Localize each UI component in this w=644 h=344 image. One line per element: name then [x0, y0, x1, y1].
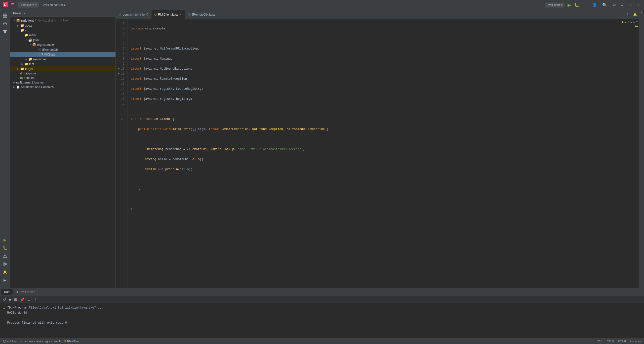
test-label: test — [29, 62, 34, 66]
tree-item-external-libs[interactable]: ▶ 🗃 External Libraries — [10, 80, 115, 85]
tree-item-rmiclient-root[interactable]: ▾ 📦 rmiclient D:\java上课练习\rmiclient — [10, 18, 115, 23]
debug-button[interactable]: 🐛 — [574, 3, 579, 7]
maven-sidebar-button[interactable]: m — [639, 11, 644, 15]
tree-arrow-org-example: ▾ — [28, 44, 32, 46]
settings-button[interactable]: ⚙ — [611, 2, 617, 8]
svg-text:IJ: IJ — [4, 3, 7, 7]
structure-tool-button[interactable] — [2, 28, 9, 35]
project-panel-dropdown-icon: ▾ — [23, 12, 25, 15]
rerun-button[interactable]: ↺ — [2, 297, 7, 302]
tree-item-iremoteobj[interactable]: ▶ Ⓘ IRemoteObj — [10, 47, 115, 52]
gitignore-icon: ⊘ — [20, 72, 23, 75]
close-button[interactable]: × — [636, 3, 641, 8]
code-line-3: import java.net.MalformedURLException; — [131, 46, 611, 51]
tree-item-target[interactable]: ▶ 📁 target — [10, 66, 115, 71]
tab-iremoteobj-java[interactable]: Ⓘ IRemoteObj.java — [185, 10, 218, 19]
xml-file-icon: m — [119, 13, 121, 16]
search-everywhere-button[interactable]: 🔍 — [601, 2, 608, 8]
run-gutter-10[interactable]: ▶ — [118, 66, 120, 71]
status-cursor-position[interactable]: 20:1 — [597, 340, 603, 343]
stop-button[interactable]: ■ — [8, 297, 12, 302]
tab-notifications-button[interactable]: 🔔 — [631, 13, 639, 16]
tree-item-java[interactable]: ▾ ☕ java — [10, 37, 115, 42]
line-num-8: 8 — [116, 56, 126, 61]
tree-item-org-example[interactable]: ▾ 📦 org.example — [10, 42, 115, 47]
line-num-2: 2 — [116, 26, 126, 31]
debug-tool-button[interactable]: 🐛 — [2, 244, 9, 251]
code-editor[interactable]: 1 2 3 4 5 6 7 8 9 ▶ 10 ▶ 11 12 13 14 — [116, 19, 639, 288]
git-tool-button[interactable] — [2, 261, 9, 268]
tree-item-resources[interactable]: ▶ 📁 resources — [10, 57, 115, 62]
code-line-2 — [131, 36, 611, 41]
restore-layout-button[interactable]: ⊞ — [13, 297, 18, 302]
more-tabs-button[interactable]: ⋮ — [624, 13, 631, 16]
idea-label: .idea — [25, 24, 32, 27]
svg-rect-2 — [3, 14, 5, 15]
project-selector[interactable]: R rmiclient ▾ — [18, 2, 39, 8]
notifications-button[interactable]: 🔔 — [2, 269, 9, 276]
line-ending-label: CRLF — [607, 340, 614, 343]
project-panel: Project ▾ ▾ 📦 rmiclient D:\java上课练习\rmic… — [10, 10, 116, 288]
tree-item-idea[interactable]: ▶ 📁 .idea — [10, 23, 115, 28]
code-line-17: } — [131, 187, 611, 192]
rmiclient-tab-close[interactable]: × — [179, 13, 182, 16]
status-project-path[interactable]: rmiclient › src › main › java › org › ex… — [3, 340, 79, 343]
tab-pom-xml[interactable]: m pom.xml (rmiclient) — [116, 10, 151, 19]
bookmarks-tool-button[interactable] — [2, 20, 9, 27]
run-panel-tab[interactable]: Run — [1, 289, 13, 295]
module-icon: 📦 — [16, 19, 20, 22]
code-content-area[interactable]: package org.example; import java.net.Mal… — [128, 19, 614, 288]
tree-item-src[interactable]: ▾ 📁 src — [10, 28, 115, 33]
pin-tab-button[interactable]: 📌 — [19, 297, 25, 302]
tree-item-scratches[interactable]: ▶ 📋 Scratches and Consoles — [10, 85, 115, 89]
maximize-button[interactable]: □ — [628, 3, 633, 8]
right-sidebar: m — [639, 10, 644, 288]
main-label: main — [29, 33, 36, 37]
status-path-sep-6: › — [62, 340, 63, 343]
console-output-area[interactable]: ☕ "D:\Program Files\Java\jdk1.8.0_111\bi… — [0, 303, 644, 338]
status-indent[interactable]: 4 spaces — [630, 340, 641, 343]
run-tool-button[interactable]: ▶ — [2, 236, 9, 243]
line-num-12: 12 — [116, 76, 126, 81]
tree-item-test[interactable]: ▶ 📁 test — [10, 62, 115, 66]
run-config-selector[interactable]: RMIClient ▾ — [545, 3, 565, 8]
tree-item-rmiclient-file[interactable]: ▶ © RMIClient — [10, 52, 115, 57]
console-tab-close[interactable]: × — [34, 290, 35, 293]
rmiclient-console-panel-tab[interactable]: ▶ RMIClient × — [14, 289, 38, 295]
interface-tab-icon: Ⓘ — [188, 13, 191, 16]
status-line-ending[interactable]: CRLF — [607, 340, 614, 343]
profile-button[interactable]: 👤 — [591, 2, 598, 8]
tree-arrow-scratches: ▶ — [12, 86, 16, 88]
tree-item-main[interactable]: ▾ 📁 main — [10, 33, 115, 37]
code-line-13: IRemoteObj remoteObj = (IRemoteObj) Nami… — [131, 147, 611, 152]
chevron-down-icon: ∨ — [636, 20, 638, 23]
vcs-selector[interactable]: Version control ▾ — [41, 3, 67, 8]
line-num-16: 16 — [116, 97, 126, 102]
run-button[interactable]: ▶ — [568, 2, 571, 8]
editor-tab-bar: m pom.xml (rmiclient) © RMIClient.java ×… — [116, 10, 639, 19]
more-tools-button[interactable]: ⋯ — [2, 36, 9, 43]
console-toolbar: ↺ ■ ⊞ 📌 ⤓ ⋮ — [0, 296, 644, 303]
hamburger-menu-button[interactable]: ☰ — [10, 2, 16, 8]
warning-marker-2 — [635, 26, 638, 27]
tab-rmiclient-java[interactable]: © RMIClient.java × — [151, 10, 185, 19]
expand-sidebar-button[interactable]: ▶ — [2, 277, 9, 284]
check-count: ✓ 1 — [627, 20, 632, 23]
app-logo: IJ — [3, 2, 8, 8]
scroll-to-end-button[interactable]: ⤓ — [26, 297, 31, 302]
tree-item-gitignore[interactable]: ▶ ⊘ .gitignore — [10, 71, 115, 76]
main-layout: ⋯ ▶ 🐛 ! 🔔 ▶ Project ▾ ▾ 📦 rmiclie — [0, 10, 644, 288]
problems-tool-button[interactable]: ! — [2, 252, 9, 260]
idea-folder-icon: 📁 — [20, 24, 24, 27]
more-run-options-button[interactable]: ⋮ — [582, 2, 588, 8]
tree-item-pom[interactable]: ▶ m pom.xml — [10, 76, 115, 80]
svg-rect-3 — [5, 14, 7, 15]
code-line-14: String hello = remoteObj.Hello(); — [131, 157, 611, 162]
svg-text:!: ! — [5, 255, 5, 258]
status-encoding[interactable]: UTF-8 — [618, 340, 626, 343]
run-gutter-11[interactable]: ▶ — [118, 71, 120, 76]
minimize-button[interactable]: – — [620, 3, 625, 8]
project-tool-button[interactable] — [2, 12, 9, 19]
print-button[interactable]: ⋮ — [32, 297, 38, 302]
error-indicator-bar[interactable]: ▲ 2 ✓ 1 ∧ ∨ — [621, 20, 638, 23]
